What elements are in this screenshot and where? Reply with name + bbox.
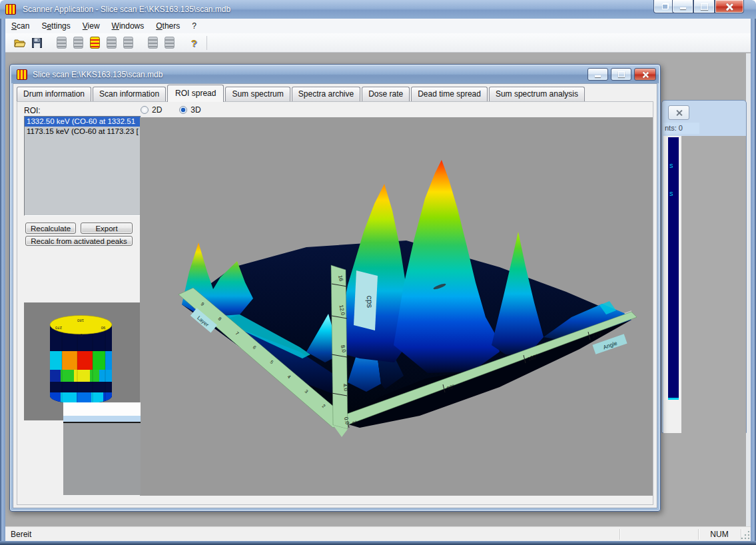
help-icon: ? [190, 37, 196, 49]
caption-buttons [672, 0, 744, 13]
statusbar-separator [619, 529, 620, 540]
drum-gray-icon [107, 37, 117, 49]
drum-button-3[interactable] [103, 35, 119, 51]
drum-gray-icon [123, 37, 133, 49]
roi-label: ROI: [24, 106, 41, 115]
tab-sum-spectrum-analysis[interactable]: Sum spectrum analysis [489, 87, 585, 101]
tab-sum-spectrum[interactable]: Sum spectrum [225, 87, 290, 101]
surface-plot: 9 8 7 6 5 4 3 2 Layer [140, 117, 653, 496]
menu-item-view[interactable]: View [77, 19, 106, 33]
child-close-button[interactable] [634, 68, 656, 81]
drum-button-active[interactable] [87, 35, 103, 51]
child-body: Drum informationScan informationROI spre… [13, 83, 657, 508]
radio-2d-icon [141, 106, 149, 114]
recalculate-button[interactable]: Recalculate [25, 223, 76, 234]
child-window: Slice scan E:\KKS163.135\scan.mdb Drum i… [9, 64, 661, 512]
menu-item-windows[interactable]: Windows [106, 19, 151, 33]
spectrum-panel: s s [668, 137, 679, 399]
overlay-panel-strip [63, 416, 141, 423]
tab-spectra-archive[interactable]: Spectra archive [292, 87, 360, 101]
axis-letter: s [669, 189, 673, 197]
drum-button-4[interactable] [120, 35, 136, 51]
drum-button-2[interactable] [70, 35, 86, 51]
help-button[interactable]: ? [186, 35, 202, 51]
overlay-panel-top [63, 402, 141, 416]
save-button[interactable] [29, 35, 45, 51]
roi-list-item[interactable]: 1173.15 keV (CO-60 at 1173.23 [ [25, 127, 141, 137]
drum-gray-icon [165, 37, 175, 49]
tab-roi-spread[interactable]: ROI spread [167, 85, 224, 102]
radio-3d-label: 3D [190, 105, 200, 115]
svg-text:270: 270 [55, 326, 62, 330]
counts-label: nts: 0 [663, 123, 699, 134]
status-bar: Bereit NUM [5, 526, 751, 542]
background-window: nts: 0 s s keV [661, 100, 747, 433]
child-window-title: Slice scan E:\KKS163.135\scan.mdb [33, 70, 163, 79]
child-window-icon [17, 69, 27, 80]
cps-axis-label: cps [365, 295, 375, 308]
resize-grip[interactable] [740, 531, 749, 540]
minimize-icon [680, 7, 686, 9]
open-file-button[interactable] [12, 35, 28, 51]
axis-letter: s [669, 161, 673, 169]
menu-item-scan[interactable]: Scan [5, 19, 35, 33]
close-button[interactable] [715, 0, 744, 13]
close-icon [726, 3, 733, 10]
view-mode-group: 2D 3D [141, 105, 201, 115]
child-titlebar[interactable]: Slice scan E:\KKS163.135\scan.mdb [11, 66, 659, 83]
app-titlebar[interactable]: Scanner Application - Slice scan E:\KKS1… [0, 0, 756, 19]
save-floppy-icon [32, 38, 42, 48]
cps-axis-label-slab: cps [354, 271, 378, 330]
tab-strip: Drum informationScan informationROI spre… [17, 86, 586, 101]
app-icon [5, 4, 16, 15]
drum-button-5[interactable] [145, 35, 161, 51]
plot-3d-view[interactable]: 9 8 7 6 5 4 3 2 Layer [140, 117, 653, 496]
menu-item-settings[interactable]: Settings [35, 19, 76, 33]
maximize-button[interactable] [693, 0, 715, 13]
radio-2d-label: 2D [152, 105, 162, 115]
child-restore-button[interactable] [611, 68, 631, 81]
menu-bar: ScanSettingsViewWindowsOthers? [5, 19, 751, 34]
app-title: Scanner Application - Slice scan E:\KKS1… [23, 5, 230, 14]
open-folder-icon [14, 38, 26, 47]
window-border-bottom [0, 541, 756, 545]
toolbar: ? [5, 33, 751, 53]
tab-content: ROI: 1332.50 keV (CO-60 at 1332.511173.1… [17, 101, 653, 505]
radio-2d[interactable]: 2D [141, 105, 162, 115]
tab-dose-rate[interactable]: Dose rate [362, 87, 410, 101]
background-window-close-button[interactable] [668, 105, 689, 120]
num-lock-indicator: NUM [699, 530, 739, 539]
menu-item-others[interactable]: Others [150, 19, 186, 33]
minimize-button[interactable] [672, 0, 693, 13]
close-icon [642, 71, 648, 77]
tab-scan-information[interactable]: Scan information [93, 87, 166, 101]
child-minimize-button[interactable] [587, 68, 608, 81]
status-text: Bereit [11, 530, 31, 539]
drum-color-icon [90, 37, 100, 49]
toolbar-divider [206, 36, 207, 50]
overlay-panel-body [63, 423, 141, 495]
export-button[interactable]: Export [81, 223, 133, 234]
drum-button-1[interactable] [53, 35, 69, 51]
drum-gray-icon [148, 37, 158, 49]
roi-list-item[interactable]: 1332.50 keV (CO-60 at 1332.51 [25, 117, 141, 127]
menu-item-help[interactable]: ? [186, 19, 202, 33]
roi-list[interactable]: 1332.50 keV (CO-60 at 1332.511173.15 keV… [24, 116, 141, 216]
background-window-content: s s keV [663, 136, 746, 433]
window-restore-icon [662, 3, 669, 9]
window-border-left [0, 19, 5, 541]
close-icon [676, 110, 682, 116]
radio-3d[interactable]: 3D [179, 105, 200, 115]
background-window-gray [681, 136, 746, 433]
restore-icon [618, 71, 625, 77]
radio-3d-icon [179, 106, 187, 114]
tab-drum-information[interactable]: Drum information [17, 87, 91, 101]
recalc-activated-peaks-button[interactable]: Recalc from activated peaks [25, 236, 133, 246]
maximize-icon [701, 3, 708, 10]
drum-button-6[interactable] [161, 35, 177, 51]
tab-dead-time-spread[interactable]: Dead time spread [411, 87, 488, 101]
minimize-icon [595, 75, 601, 77]
background-strip [746, 53, 751, 526]
statusbar-separator [698, 529, 699, 540]
spectrum-baseline [668, 398, 679, 400]
